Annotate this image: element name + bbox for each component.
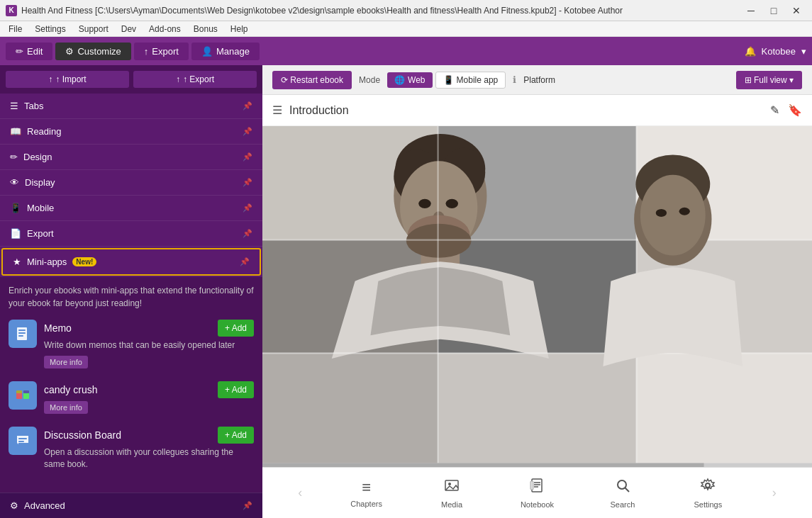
web-mode-option[interactable]: 🌐 Web (387, 72, 432, 88)
customize-icon: ⚙ (65, 46, 74, 57)
restart-ebook-button[interactable]: ⟳ Restart ebook (272, 71, 352, 89)
sidebar-item-advanced[interactable]: ⚙ Advanced 📌 (0, 492, 262, 518)
sidebar-item-design[interactable]: ✏ Design 📌 (0, 145, 262, 170)
manage-button[interactable]: 👤 Manage (191, 43, 260, 60)
svg-rect-17 (262, 353, 438, 467)
import-icon: ↑ (48, 74, 52, 84)
mobile-mode-option[interactable]: 📱 Mobile app (435, 72, 506, 89)
menubar: File Settings Support Dev Add-ons Bonus … (0, 21, 812, 37)
svg-rect-7 (23, 390, 29, 393)
nav-item-chapters[interactable]: ≡ Chapters (345, 478, 388, 508)
discuss-body: Discussion Board + Add Open a discussion… (44, 427, 254, 475)
svg-rect-9 (18, 441, 24, 442)
candy-icon (9, 381, 37, 410)
pin-icon-design: 📌 (243, 152, 252, 162)
notification-icon[interactable]: 🔔 (745, 46, 756, 57)
svg-point-43 (448, 483, 451, 485)
memo-more-info-button[interactable]: More info (44, 356, 88, 368)
main-layout: ↑ ↑ Import ↑ ↑ Export ☰ Tabs 📌 📖 Reading (0, 65, 812, 518)
mini-app-discuss: Discussion Board + Add Open a discussion… (9, 427, 254, 475)
edit-content-icon[interactable]: ✎ (770, 103, 779, 117)
bookmark-icon[interactable]: 🔖 (788, 103, 802, 117)
memo-add-button[interactable]: + Add (218, 320, 254, 337)
sidebar-item-reading[interactable]: 📖 Reading 📌 (0, 119, 262, 145)
ebook-image-area (262, 126, 812, 467)
menu-dev[interactable]: Dev (116, 23, 142, 35)
minimize-button[interactable]: ─ (741, 4, 761, 18)
window-controls[interactable]: ─ □ ✕ (741, 4, 806, 18)
menu-addons[interactable]: Add-ons (143, 23, 187, 35)
info-icon[interactable]: ℹ (513, 74, 516, 85)
sidebar-item-display[interactable]: 👁 Display 📌 (0, 170, 262, 196)
export-button[interactable]: ↑ Export (134, 43, 189, 60)
import-button[interactable]: ↑ ↑ Import (6, 71, 129, 88)
titlebar-title: Health And Fitness [C:\Users\Ayman\Docum… (21, 6, 623, 16)
user-dropdown-icon[interactable]: ▾ (801, 46, 806, 57)
discuss-description: Open a discussion with your collegues sh… (44, 446, 254, 471)
svg-point-39 (679, 208, 690, 215)
globe-icon: 🌐 (394, 75, 405, 85)
mode-label: Mode (359, 75, 380, 85)
menu-bonus[interactable]: Bonus (188, 23, 223, 35)
sidebar-item-export[interactable]: 📄 Export 📌 (0, 221, 262, 247)
menu-help[interactable]: Help (225, 23, 254, 35)
svg-rect-45 (530, 481, 533, 490)
pin-icon-display: 📌 (243, 178, 252, 187)
menu-support[interactable]: Support (73, 23, 114, 35)
sidebar-item-tabs[interactable]: ☰ Tabs 📌 (0, 94, 262, 119)
search-icon (615, 478, 630, 497)
svg-rect-6 (16, 390, 22, 393)
import-export-bar: ↑ ↑ Import ↑ ↑ Export (0, 65, 262, 94)
settings-label: Settings (694, 500, 722, 509)
ebook-chapter-title: Introduction (289, 104, 349, 117)
enrich-description: Enrich your ebooks with mini-apps that e… (9, 284, 254, 310)
sidebar: ↑ ↑ Import ↑ ↑ Export ☰ Tabs 📌 📖 Reading (0, 65, 262, 518)
svg-point-26 (446, 199, 458, 208)
sidebar-export-icon: ↑ (176, 74, 180, 84)
pin-icon-miniapps: 📌 (240, 257, 250, 266)
nav-item-notebook[interactable]: Notebook (516, 478, 558, 509)
nav-prev-icon[interactable]: ‹ (298, 485, 302, 500)
svg-point-51 (706, 483, 710, 488)
design-icon: ✏ (10, 152, 18, 162)
menu-file[interactable]: File (3, 23, 28, 35)
sidebar-content: Enrich your ebooks with mini-apps that e… (0, 277, 262, 492)
close-button[interactable]: ✕ (786, 4, 806, 18)
svg-point-37 (640, 175, 706, 256)
svg-line-50 (625, 488, 629, 492)
fullview-button[interactable]: ⊞ Full view ▾ (736, 71, 802, 89)
svg-rect-18 (438, 353, 637, 467)
nav-next-icon[interactable]: › (772, 485, 777, 500)
sidebar-export-button[interactable]: ↑ ↑ Export (133, 71, 257, 88)
maximize-button[interactable]: □ (764, 4, 784, 18)
platform-label: Platform (523, 75, 555, 85)
user-label[interactable]: Kotobee (762, 46, 796, 57)
new-badge: New! (72, 257, 96, 266)
svg-rect-3 (18, 335, 23, 337)
discuss-icon (9, 427, 37, 455)
mini-apps-header[interactable]: ★ Mini-apps New! 📌 (1, 248, 261, 276)
sidebar-item-mobile[interactable]: 📱 Mobile 📌 (0, 196, 262, 221)
hamburger-icon[interactable]: ☰ (272, 103, 282, 117)
nav-item-search[interactable]: Search (601, 478, 644, 509)
edit-button[interactable]: ✏ Edit (6, 43, 52, 60)
notebook-icon (529, 478, 545, 497)
tabs-icon: ☰ (10, 101, 18, 111)
menu-settings[interactable]: Settings (29, 23, 71, 35)
star-icon: ★ (13, 257, 21, 267)
ebook-toolbar: ⟳ Restart ebook Mode 🌐 Web 📱 Mobile app … (262, 65, 812, 95)
ebook-content-header: ☰ Introduction ✎ 🔖 (262, 95, 812, 126)
candy-add-button[interactable]: + Add (218, 381, 254, 398)
candy-more-info-button[interactable]: More info (44, 401, 88, 414)
search-label: Search (610, 500, 635, 509)
svg-rect-19 (636, 353, 812, 467)
chapters-label: Chapters (350, 500, 382, 508)
nav-item-settings[interactable]: Settings (686, 478, 729, 509)
pin-icon: 📌 (243, 101, 252, 111)
manage-icon: 👤 (201, 46, 213, 57)
pin-icon-reading: 📌 (243, 127, 252, 136)
svg-point-25 (418, 199, 430, 208)
customize-button[interactable]: ⚙ Customize (55, 43, 130, 60)
discuss-add-button[interactable]: + Add (218, 427, 254, 444)
nav-item-media[interactable]: Media (430, 478, 473, 509)
